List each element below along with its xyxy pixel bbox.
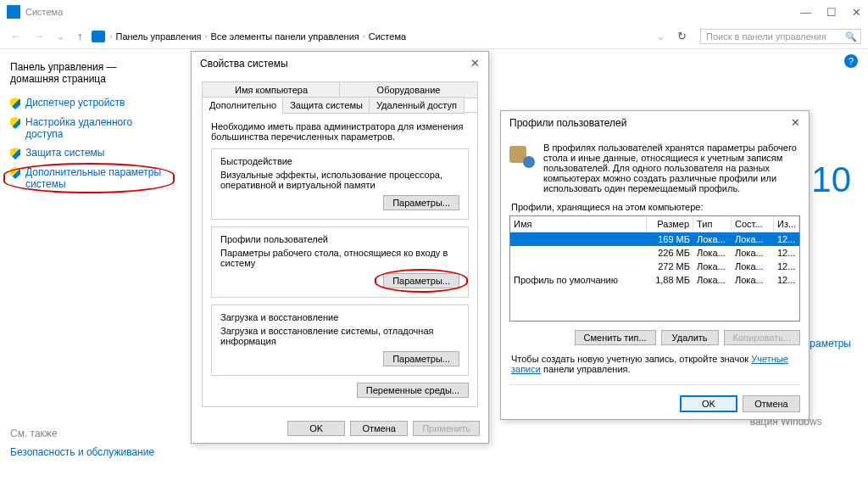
env-vars-button[interactable]: Переменные среды... xyxy=(357,383,469,398)
group-performance: Быстродействие Визуальные эффекты, испол… xyxy=(211,148,469,220)
user-profiles-settings-button[interactable]: Параметры... xyxy=(383,273,459,288)
group-user-profiles: Профили пользователей Параметры рабочего… xyxy=(211,227,469,298)
col-modified[interactable]: Из... xyxy=(774,216,799,232)
dialog-buttons: OK Отмена Применить xyxy=(192,414,488,443)
profiles-table: Имя Размер Тип Сост... Из... 169 МБЛока.… xyxy=(509,215,800,322)
apply-button[interactable]: Применить xyxy=(413,421,480,436)
close-button[interactable]: ✕ xyxy=(852,6,861,19)
breadcrumb[interactable]: › Панель управления › Все элементы панел… xyxy=(110,31,407,42)
cancel-button[interactable]: Отмена xyxy=(350,421,408,436)
startup-settings-button[interactable]: Параметры... xyxy=(383,351,459,366)
window-title: Система xyxy=(25,7,63,17)
table-body: 169 МБЛока...Лока...12...226 МБЛока...Ло… xyxy=(510,232,799,287)
tab-remote[interactable]: Удаленный доступ xyxy=(369,97,465,114)
sidebar-item-device-manager[interactable]: Диспетчер устройств xyxy=(10,97,168,109)
dialog-title: Свойства системы xyxy=(200,58,288,70)
tabs-row2: Дополнительно Защита системы Удаленный д… xyxy=(202,97,478,113)
tab-computer-name[interactable]: Имя компьютера xyxy=(202,81,341,98)
ok-button[interactable]: OK xyxy=(287,421,345,436)
table-row[interactable]: 169 МБЛока...Лока...12... xyxy=(510,232,799,246)
location-icon xyxy=(92,31,105,42)
cancel-button[interactable]: Отмена xyxy=(743,395,800,412)
info-box: В профилях пользователей хранятся параме… xyxy=(501,134,809,202)
stored-label: Профили, хранящиеся на этом компьютере: xyxy=(501,202,809,215)
sidebar-seealso-item[interactable]: Безопасность и обслуживание xyxy=(10,446,168,458)
sidebar-item-protection[interactable]: Защита системы xyxy=(10,147,168,159)
forward-button[interactable]: → xyxy=(30,30,47,42)
seealso-label: См. также xyxy=(10,428,168,439)
navbar: ← → ⌄ ↑ › Панель управления › Все элемен… xyxy=(0,24,868,49)
search-icon: 🔍 xyxy=(845,31,857,42)
back-button[interactable]: ← xyxy=(7,30,25,42)
performance-settings-button[interactable]: Параметры... xyxy=(383,195,459,210)
col-name[interactable]: Имя xyxy=(510,216,647,232)
tab-protection[interactable]: Защита системы xyxy=(282,97,370,114)
group-startup: Загрузка и восстановление Загрузка и вос… xyxy=(211,305,469,376)
up-button[interactable]: ↑ xyxy=(74,30,86,42)
system-properties-dialog: Свойства системы ✕ Имя компьютера Оборуд… xyxy=(191,51,489,444)
refresh-button[interactable]: ↻ xyxy=(674,30,690,42)
sidebar-item-remote[interactable]: Настройка удаленного доступа xyxy=(10,116,168,140)
tab-content: Необходимо иметь права администратора дл… xyxy=(202,112,478,407)
table-buttons: Сменить тип... Удалить Копировать... xyxy=(501,322,809,354)
recent-dropdown[interactable]: ⌄ xyxy=(53,30,69,42)
copy-button[interactable]: Копировать... xyxy=(724,330,800,345)
shield-icon xyxy=(10,167,20,179)
tab-hardware[interactable]: Оборудование xyxy=(339,81,478,98)
dialog-titlebar: Профили пользователей ✕ xyxy=(501,111,809,134)
maximize-button[interactable]: ☐ xyxy=(826,6,837,19)
window-controls: — ☐ ✕ xyxy=(800,6,861,19)
titlebar: Система — ☐ ✕ xyxy=(0,0,868,24)
breadcrumb-item[interactable]: Система xyxy=(369,31,406,42)
col-size[interactable]: Размер xyxy=(647,216,693,232)
dropdown-icon[interactable]: ⌄ xyxy=(653,30,669,42)
col-type[interactable]: Тип xyxy=(693,216,732,232)
dialog-title: Профили пользователей xyxy=(509,117,626,129)
ok-button[interactable]: OK xyxy=(680,395,737,412)
table-row[interactable]: 272 МБЛока...Лока...12... xyxy=(510,260,799,273)
sidebar: Панель управления — домашняя страница Ди… xyxy=(0,49,178,481)
sidebar-home[interactable]: Панель управления — домашняя страница xyxy=(10,61,168,85)
minimize-button[interactable]: — xyxy=(800,6,811,19)
note-text: Чтобы создать новую учетную запись, откр… xyxy=(501,354,809,381)
user-profiles-dialog: Профили пользователей ✕ В профилях польз… xyxy=(500,110,810,420)
table-row[interactable]: 226 МБЛока...Лока...12... xyxy=(510,246,799,260)
delete-button[interactable]: Удалить xyxy=(661,330,719,345)
shield-icon xyxy=(10,148,20,159)
close-icon[interactable]: ✕ xyxy=(470,57,480,70)
shield-icon xyxy=(10,117,20,129)
breadcrumb-item[interactable]: Панель управления xyxy=(116,31,202,42)
close-icon[interactable]: ✕ xyxy=(791,116,800,129)
table-header: Имя Размер Тип Сост... Из... xyxy=(510,216,799,232)
tabs-row1: Имя компьютера Оборудование xyxy=(202,81,478,98)
user-profiles-icon xyxy=(509,143,537,170)
dialog-buttons: OK Отмена xyxy=(501,389,809,419)
intro-text: Необходимо иметь права администратора дл… xyxy=(211,121,469,142)
search-input[interactable]: Поиск в панели управления 🔍 xyxy=(700,29,861,44)
sidebar-item-advanced[interactable]: Дополнительные параметры системы xyxy=(10,166,168,190)
breadcrumb-item[interactable]: Все элементы панели управления xyxy=(211,31,359,42)
table-row[interactable]: Профиль по умолчанию1,88 МБЛока...Лока..… xyxy=(510,273,799,287)
info-text: В профилях пользователей хранятся параме… xyxy=(543,143,800,193)
dialog-titlebar: Свойства системы ✕ xyxy=(192,52,488,75)
shield-icon xyxy=(10,98,20,109)
col-state[interactable]: Сост... xyxy=(732,216,774,232)
system-icon xyxy=(7,5,20,19)
tab-advanced[interactable]: Дополнительно xyxy=(202,97,284,114)
change-type-button[interactable]: Сменить тип... xyxy=(575,330,656,345)
